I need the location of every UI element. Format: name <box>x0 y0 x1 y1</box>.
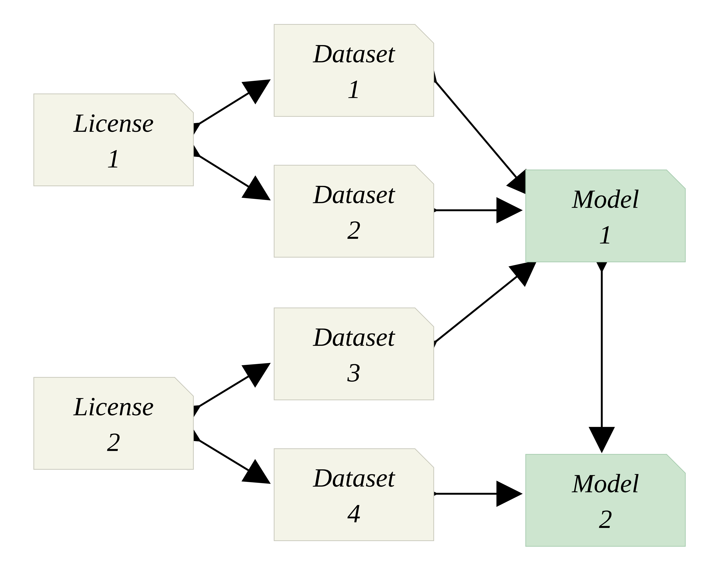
node-license1: License 1 <box>34 94 193 186</box>
node-dataset3-label1: Dataset <box>313 322 396 352</box>
node-license1-label1: License <box>73 108 154 138</box>
node-dataset1-label2: 1 <box>347 75 360 104</box>
edge-license2-dataset3 <box>199 364 269 406</box>
node-dataset2-label2: 2 <box>347 215 360 245</box>
node-license2-label2: 2 <box>107 427 120 457</box>
node-model2-label2: 2 <box>599 504 612 533</box>
node-license1-label2: 1 <box>107 144 120 173</box>
node-dataset1: Dataset 1 <box>274 24 434 117</box>
node-license2: License 2 <box>34 377 193 469</box>
node-model2-label1: Model <box>572 469 639 498</box>
edge-license2-dataset4 <box>199 440 269 482</box>
node-dataset4-label1: Dataset <box>313 463 396 492</box>
edges-group <box>199 81 602 494</box>
node-model1-label1: Model <box>572 184 639 213</box>
edge-license1-dataset1 <box>199 81 269 124</box>
edge-license1-dataset2 <box>199 156 269 199</box>
node-model1: Model 1 <box>526 170 685 262</box>
edge-dataset1-model1 <box>436 82 531 195</box>
node-dataset4-label2: 4 <box>347 499 360 528</box>
node-dataset1-label1: Dataset <box>313 39 396 68</box>
node-dataset3-label2: 3 <box>347 358 360 387</box>
diagram-canvas: License 1 License 2 Dataset 1 Dataset 2 … <box>0 0 721 588</box>
node-dataset3: Dataset 3 <box>274 308 434 400</box>
node-model1-label2: 1 <box>599 220 612 249</box>
node-license2-label1: License <box>73 392 154 421</box>
node-dataset2: Dataset 2 <box>274 165 434 257</box>
edge-dataset3-model1 <box>436 262 535 342</box>
node-model2: Model 2 <box>526 454 685 546</box>
node-dataset4: Dataset 4 <box>274 449 434 541</box>
node-dataset2-label1: Dataset <box>313 180 396 209</box>
